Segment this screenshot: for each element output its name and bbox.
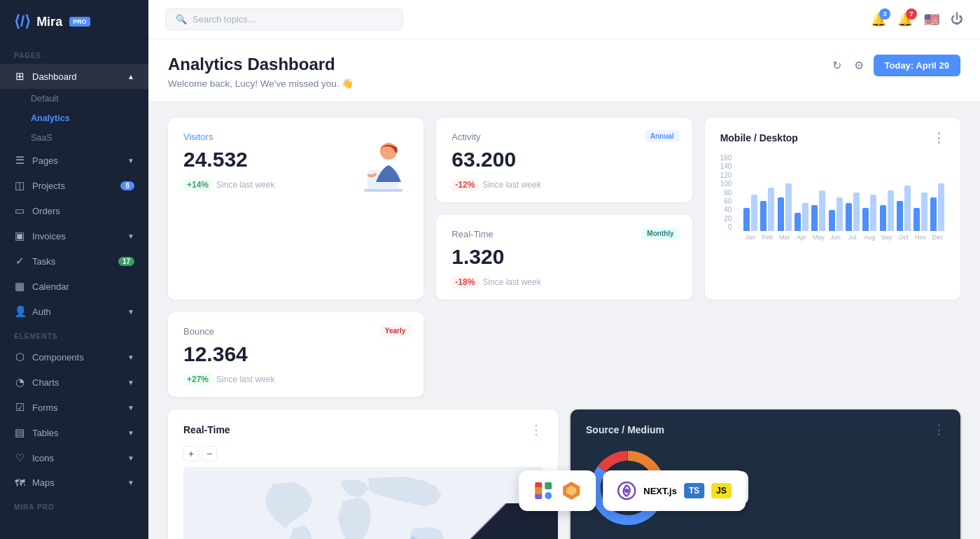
calendar-icon: ▦ xyxy=(14,280,25,293)
power-button[interactable]: ⏻ xyxy=(951,12,963,27)
sidebar-item-orders[interactable]: ▭ Orders xyxy=(0,198,148,223)
javascript-badge: JS xyxy=(711,483,732,498)
elements-section-label: ELEMENTS xyxy=(0,324,148,344)
svg-rect-1 xyxy=(364,189,402,192)
sidebar-item-forms[interactable]: ☑ Forms ▼ xyxy=(0,395,148,420)
map-more-options-icon[interactable]: ⋮ xyxy=(530,422,542,438)
projects-icon: ◫ xyxy=(14,179,25,192)
map-header: Real-Time ⋮ xyxy=(183,422,542,438)
alerts-badge: 7 xyxy=(906,8,917,20)
language-button[interactable]: 🇺🇸 xyxy=(924,12,939,27)
sidebar-subitem-saas[interactable]: SaaS xyxy=(0,128,148,148)
sidebar-item-dashboard[interactable]: ⊞ Dashboard ▲ xyxy=(0,64,148,89)
sidebar-item-components[interactable]: ⬡ Components ▼ xyxy=(0,344,148,370)
main-area: 🔍 Search topics... 🔔 3 🔔 7 🇺🇸 ⏻ An xyxy=(148,0,980,539)
bar-dark xyxy=(743,208,750,231)
realtime-change: -18% xyxy=(451,276,478,288)
design-tools-card xyxy=(519,470,596,511)
logo[interactable]: ⟨/⟩ Mira PRO xyxy=(0,0,148,43)
sidebar-item-pages[interactable]: ☰ Pages ▼ xyxy=(0,148,148,173)
bar-dark xyxy=(829,210,835,231)
sidebar-item-label: Maps xyxy=(32,477,55,488)
chart-title: Mobile / Desktop ⋮ xyxy=(720,130,945,146)
bar-light xyxy=(888,190,894,231)
bar-light xyxy=(819,190,825,231)
activity-value: 63.200 xyxy=(451,148,676,172)
sidebar-item-icons[interactable]: ♡ Icons ▼ xyxy=(0,445,148,470)
realtime-footer: -18% Since last week xyxy=(451,276,676,288)
visitor-illustration xyxy=(343,132,420,195)
bar-light xyxy=(836,197,843,231)
bar-dark xyxy=(811,205,818,231)
bar-chart xyxy=(743,154,945,231)
bar-dark xyxy=(760,201,766,231)
bar-light xyxy=(802,203,808,231)
sidebar-item-label: Auth xyxy=(32,307,51,317)
search-bar[interactable]: 🔍 Search topics... xyxy=(165,8,403,30)
dev-tools-card: NEXT.js TS JS xyxy=(603,470,746,511)
tasks-icon: ✓ xyxy=(14,255,25,267)
sidebar-item-invoices[interactable]: ▣ Invoices ▼ xyxy=(0,223,148,248)
sidebar-item-label: Components xyxy=(32,352,84,363)
chevron-down-icon: ▼ xyxy=(127,454,134,462)
activity-label: Activity xyxy=(451,132,676,142)
source-medium-title: Source / Medium ⋮ xyxy=(586,422,945,438)
source-more-options-icon[interactable]: ⋮ xyxy=(932,422,945,438)
more-options-icon[interactable]: ⋮ xyxy=(932,130,945,146)
sidebar-subitem-default[interactable]: Default xyxy=(0,89,148,108)
page-subtitle: Welcome back, Lucy! We've missed you. 👋 xyxy=(168,78,354,89)
chevron-down-icon: ▼ xyxy=(127,429,134,437)
sidebar-item-charts[interactable]: ◔ Charts ▼ xyxy=(0,370,148,395)
bar-light xyxy=(938,183,944,231)
bar-dark xyxy=(794,213,801,231)
svg-rect-15 xyxy=(545,482,552,489)
pages-icon: ☰ xyxy=(14,154,25,167)
sidebar-item-auth[interactable]: 👤 Auth ▼ xyxy=(0,299,148,324)
world-map xyxy=(183,467,542,539)
dashboard-icon: ⊞ xyxy=(14,70,25,83)
chevron-up-icon: ▲ xyxy=(127,73,134,80)
source-medium-label: Source / Medium xyxy=(586,424,664,435)
sidebar-subitem-analytics[interactable]: Analytics xyxy=(0,108,148,128)
notifications-badge: 3 xyxy=(879,8,890,20)
sketch-logo xyxy=(561,480,582,501)
world-map-svg xyxy=(183,467,542,539)
activity-period: Since last week xyxy=(482,180,540,190)
map-zoom-out-button[interactable]: − xyxy=(202,446,217,461)
logo-icon: ⟨/⟩ xyxy=(14,13,31,31)
svg-point-17 xyxy=(545,492,552,499)
visitors-period: Since last week xyxy=(216,180,274,190)
sidebar-item-calendar[interactable]: ▦ Calendar xyxy=(0,274,148,299)
bar-light xyxy=(921,192,927,231)
components-icon: ⬡ xyxy=(14,351,25,363)
refresh-icon[interactable]: ↻ xyxy=(830,56,844,75)
sidebar-item-tables[interactable]: ▤ Tables ▼ xyxy=(0,420,148,445)
map-title: Real-Time xyxy=(183,424,230,435)
chevron-down-icon: ▼ xyxy=(127,157,134,164)
alerts-button[interactable]: 🔔 7 xyxy=(897,12,913,27)
bounce-change: +27% xyxy=(183,373,212,386)
map-zoom-in-button[interactable]: + xyxy=(183,446,199,461)
bar-light xyxy=(785,183,792,231)
sidebar-item-maps[interactable]: 🗺 Maps ▼ xyxy=(0,470,148,495)
bar-dark xyxy=(862,208,869,231)
realtime-card: Monthly Real-Time 1.320 -18% Since last … xyxy=(436,215,692,300)
date-button[interactable]: Today: April 29 xyxy=(874,55,960,76)
forms-icon: ☑ xyxy=(14,401,25,414)
realtime-value: 1.320 xyxy=(451,245,676,269)
bounce-footer: +27% Since last week xyxy=(183,373,408,386)
flag-icon: 🇺🇸 xyxy=(924,13,939,27)
page-header-right: ↻ ⚙ Today: April 29 xyxy=(830,55,960,76)
sidebar-item-label: Tables xyxy=(32,428,59,438)
notifications-button[interactable]: 🔔 3 xyxy=(871,12,886,27)
invoices-icon: ▣ xyxy=(14,230,25,242)
visitors-change: +14% xyxy=(183,178,212,191)
search-icon: 🔍 xyxy=(176,14,187,24)
filter-icon[interactable]: ⚙ xyxy=(851,56,867,75)
sidebar-item-label: Projects xyxy=(32,181,65,191)
tables-icon: ▤ xyxy=(14,426,25,439)
sidebar-item-projects[interactable]: ◫ Projects 8 xyxy=(0,173,148,198)
sidebar-item-label: Tasks xyxy=(32,256,55,267)
topnav: 🔍 Search topics... 🔔 3 🔔 7 🇺🇸 ⏻ xyxy=(148,0,980,39)
sidebar-item-tasks[interactable]: ✓ Tasks 17 xyxy=(0,248,148,274)
